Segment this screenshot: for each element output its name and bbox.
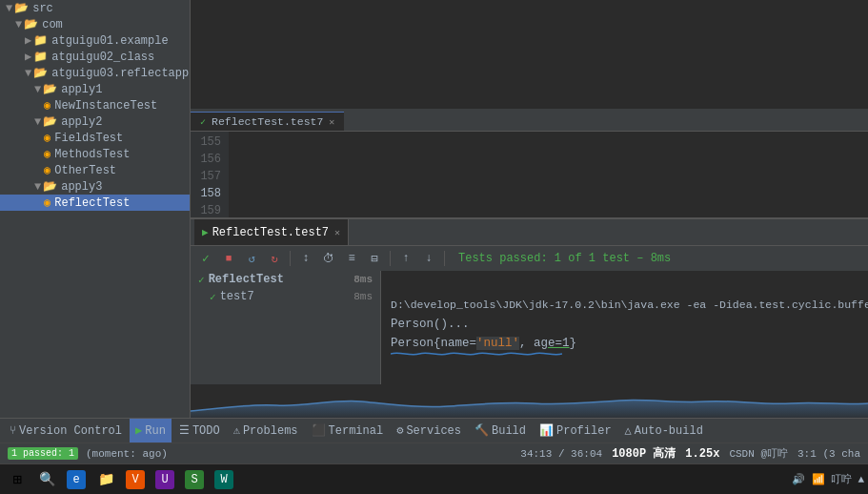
toolbar-sort-alpha-icon: ↕ <box>302 252 309 265</box>
run-tab-close[interactable]: ✕ <box>334 227 340 238</box>
status-speed: 1.25x <box>685 447 719 461</box>
todo-icon: ☰ <box>179 423 190 438</box>
tree-arrow-apply3: ▼ <box>34 180 41 194</box>
test-check-icon: ✓ <box>198 274 205 286</box>
bottom-label-problems: Problems <box>243 424 298 438</box>
tree-arrow-apply2: ▼ <box>34 115 41 129</box>
run-tab-check-icon: ▶ <box>202 226 209 238</box>
tree-item-fieldstest[interactable]: ◉ FieldsTest <box>0 130 190 146</box>
code-line-155 <box>238 151 868 168</box>
build-icon: 🔨 <box>474 423 489 438</box>
auto-build-icon: △ <box>625 423 632 438</box>
taskbar-app4-btn[interactable]: W <box>211 466 237 493</box>
bottom-item-build[interactable]: 🔨 Build <box>469 419 532 443</box>
bottom-item-problems[interactable]: ⚠ Problems <box>228 419 304 443</box>
test-check-icon-test7: ✓ <box>210 291 216 303</box>
bottom-item-run[interactable]: ▶ Run <box>130 419 172 443</box>
run-test-label-reflecttest: ReflectTest <box>209 273 284 286</box>
tree-label-newinstancetest: NewInstanceTest <box>54 99 157 113</box>
file-icon-newinstancetest: ◉ <box>44 98 50 113</box>
editor-tab-bar: ✓ ReflectTest.test7 ✕ <box>191 109 868 132</box>
tree-item-atguigu01[interactable]: ▶ 📁 atguigu01.example <box>0 32 190 49</box>
toolbar-stop-icon: ■ <box>226 253 232 264</box>
explorer-icon: 📁 <box>98 471 114 487</box>
file-tree-sidebar: ▼ 📂 src ▼ 📂 com ▶ 📁 atguigu01.example ▶ … <box>0 0 191 418</box>
toolbar-rerun-failed-btn[interactable]: ↻ <box>265 249 284 268</box>
tab-check-icon: ✓ <box>200 116 206 128</box>
tree-item-apply2[interactable]: ▼ 📂 apply2 <box>0 113 190 130</box>
editor-tab-reflecttest[interactable]: ✓ ReflectTest.test7 ✕ <box>191 112 344 131</box>
taskbar-search-btn[interactable]: 🔍 <box>33 466 60 493</box>
tree-label-atguigu01: atguigu01.example <box>51 34 168 48</box>
tree-arrow-apply1: ▼ <box>34 83 41 96</box>
tree-arrow-atguigu02: ▶ <box>25 50 31 64</box>
bottom-item-todo[interactable]: ☰ TODO <box>173 419 226 443</box>
run-toolbar: ✓ ■ ↺ ↻ ↕ ⏱ ≡ <box>191 246 868 271</box>
status-time: 34:13 / 36:04 <box>520 448 602 460</box>
toolbar-prev-icon: ↑ <box>402 252 409 265</box>
tree-arrow-com: ▼ <box>15 18 22 31</box>
tree-item-newinstancetest[interactable]: ◉ NewInstanceTest <box>0 97 190 113</box>
bottom-label-todo: TODO <box>192 424 220 438</box>
toolbar-next-icon: ↓ <box>425 252 432 265</box>
toolbar-sort-alpha-btn[interactable]: ↕ <box>296 249 315 268</box>
search-icon: 🔍 <box>39 471 55 487</box>
run-output: D:\develop_tools\JDK\jdk-17.0.2\bin\java… <box>381 271 868 384</box>
tree-item-atguigu03[interactable]: ▼ 📂 atguigu03.reflectapply <box>0 65 190 81</box>
tree-item-apply3[interactable]: ▼ 📂 apply3 <box>0 178 190 195</box>
tree-item-com[interactable]: ▼ 📂 com <box>0 16 190 32</box>
bottom-item-version-control[interactable]: ⑂ Version Control <box>4 419 128 443</box>
toolbar-check-btn[interactable]: ✓ <box>196 249 215 268</box>
tree-item-reflecttest[interactable]: ◉ ReflectTest <box>0 195 190 211</box>
run-test-item-test7[interactable]: ✓ test7 8ms <box>191 288 380 305</box>
toolbar-expand-btn[interactable]: ≡ <box>342 249 361 268</box>
tree-item-othertest[interactable]: ◉ OtherTest <box>0 162 190 178</box>
code-content[interactable]: //3. 通过Constructor实例调用newInstance(Object… <box>229 132 868 217</box>
bottom-item-terminal[interactable]: ⬛ Terminal <box>306 419 390 443</box>
toolbar-stop-btn[interactable]: ■ <box>219 249 238 268</box>
bottom-label-profiler: Profiler <box>556 424 612 438</box>
tree-item-src[interactable]: ▼ 📂 src <box>0 0 190 16</box>
toolbar-prev-btn[interactable]: ↑ <box>396 249 415 268</box>
output-person-result: Person{name='null', age=1} <box>391 337 576 350</box>
taskbar-app3-btn[interactable]: S <box>181 466 208 493</box>
line-numbers: 155 156 157 158 159 160 161 162 163 <box>191 132 229 217</box>
tree-label-apply1: apply1 <box>61 83 102 96</box>
run-panel: ▶ ReflectTest.test7 ✕ ✓ ■ ↺ ↻ <box>191 217 868 418</box>
taskbar-app1-btn[interactable]: V <box>122 466 149 493</box>
tree-item-methodstest[interactable]: ◉ MethodsTest <box>0 146 190 162</box>
bottom-item-services[interactable]: ⚙ Services <box>391 419 467 443</box>
run-tab-reflecttest[interactable]: ▶ ReflectTest.test7 ✕ <box>194 219 349 245</box>
toolbar-expand-icon: ≡ <box>348 252 354 265</box>
toolbar-collapse-btn[interactable]: ⊟ <box>365 249 384 268</box>
status-bar: 1 passed: 1 (moment: ago) 34:13 / 36:04 … <box>0 443 868 463</box>
toolbar-rerun-btn[interactable]: ↺ <box>242 249 261 268</box>
tab-close-icon[interactable]: ✕ <box>329 116 334 128</box>
status-right: 34:13 / 36:04 1080P 高清 1.25x CSDN @叮咛 3:… <box>520 445 860 462</box>
bottom-item-auto-build[interactable]: △ Auto-build <box>619 419 709 443</box>
performance-chart <box>191 384 868 418</box>
folder-icon-atguigu03: 📂 <box>33 66 48 80</box>
tree-item-apply1[interactable]: ▼ 📂 apply1 <box>0 81 190 97</box>
code-editor[interactable]: 155 156 157 158 159 160 161 162 163 //3.… <box>191 132 868 217</box>
taskbar-start-btn[interactable]: ⊞ <box>4 466 30 493</box>
run-test-item-reflecttest[interactable]: ✓ ReflectTest 8ms <box>191 271 380 288</box>
toolbar-next-btn[interactable]: ↓ <box>419 249 438 268</box>
taskbar-edge-btn[interactable]: e <box>63 466 90 493</box>
tree-item-atguigu02[interactable]: ▶ 📁 atguigu02_class <box>0 49 190 65</box>
toolbar-sort-dur-btn[interactable]: ⏱ <box>319 249 338 268</box>
run-tabs: ▶ ReflectTest.test7 ✕ <box>191 219 868 246</box>
bottom-item-profiler[interactable]: 📊 Profiler <box>534 419 617 443</box>
folder-icon-src: 📂 <box>14 1 29 15</box>
toolbar-sep-3 <box>444 251 445 266</box>
taskbar-app2-btn[interactable]: U <box>151 466 178 493</box>
output-age-underline: e=1 <box>548 337 570 350</box>
status-position: 3:1 (3 cha <box>797 448 860 460</box>
services-icon: ⚙ <box>396 423 403 438</box>
taskbar-explorer-btn[interactable]: 📁 <box>92 466 119 493</box>
editor-tab-label: ReflectTest.test7 <box>212 115 323 128</box>
code-line-156 <box>238 185 868 202</box>
file-icon-reflecttest: ◉ <box>44 196 50 210</box>
folder-icon-apply2: 📂 <box>43 114 57 129</box>
edge-icon: e <box>67 470 86 489</box>
